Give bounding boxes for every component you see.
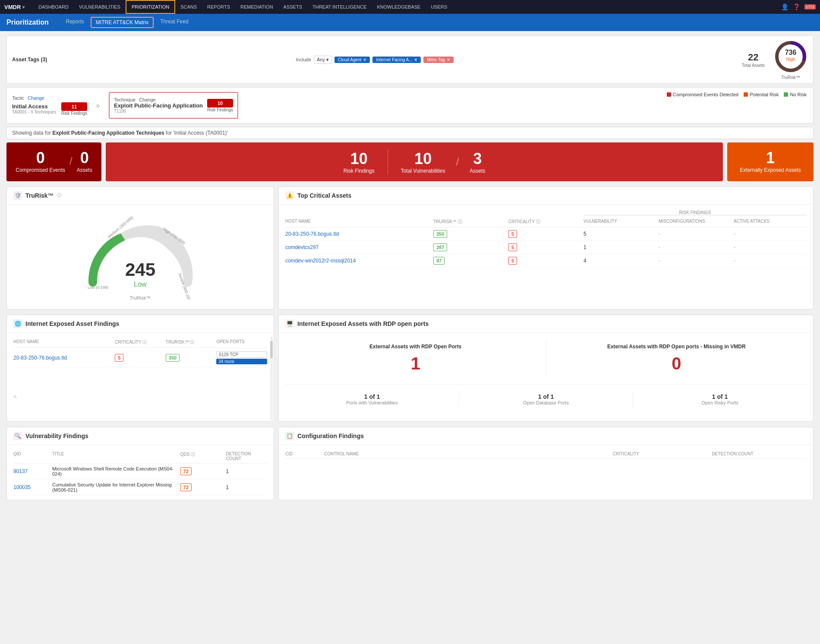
rdp-col-2: External Assets with RDP Open ports - Mi… (546, 339, 807, 378)
crit-score-1: 5 (508, 230, 581, 238)
nav-threat-intelligence[interactable]: THREAT INTELLIGENCE (307, 0, 372, 14)
subnav-threat-feed[interactable]: Threat Feed (156, 17, 192, 28)
top-navigation: VMDR ▾ DASHBOARD VULNERABILITIES PRIORIT… (0, 0, 820, 14)
tactic-info: Initial Access TA0001 - 9 Techniques (12, 103, 56, 114)
card-compromised: 0 Compromised Events / 0 Assets (6, 142, 101, 181)
nav-dashboard[interactable]: DASHBOARD (33, 0, 74, 14)
vuln-title-2: Cumulative Security Update for Internet … (52, 482, 176, 492)
rdp-stat-0: 1 of 1 Ports with Vulnerabilities (285, 391, 459, 407)
user-icon[interactable]: 👤 (781, 3, 788, 10)
nav-right: 👤 ❓ 1772 (781, 3, 816, 10)
nav-assets[interactable]: ASSETS (278, 0, 307, 14)
rdp-header: 🖥️ Internet Exposed Assets with RDP open… (279, 315, 813, 333)
tag-cloud-agent[interactable]: Cloud Agent ✕ (334, 57, 370, 63)
nav-vulnerabilities[interactable]: VULNERABILITIES (74, 0, 126, 14)
subnav-mitre[interactable]: MITRE ATT&CK Matrix (91, 17, 154, 28)
rdp-icon: 🖥️ (285, 319, 294, 328)
remove-tag-mitre[interactable]: ✕ (447, 57, 450, 62)
internet-exposed-header: 🌐 Internet Exposed Asset Findings (7, 315, 274, 333)
host-link-2[interactable]: comdevtcs297 (285, 244, 431, 250)
nav-remediation[interactable]: REMEDIATION (235, 0, 278, 14)
qds-info-icon[interactable]: ⓘ (191, 452, 195, 457)
gauge-container: 245 Low Low (0-299) Medium (300-699) Hig… (7, 205, 274, 309)
col-misconfigurations: MISCONFIGURATIONS (659, 219, 732, 225)
crit-info-icon[interactable]: ⓘ (142, 340, 147, 344)
asset-tags-bar: Asset Tags (3) Include Any ▾ Cloud Agent… (6, 35, 814, 84)
technique-label: Technique Change (114, 97, 203, 102)
trurisk-info-icon[interactable]: ⓘ (57, 193, 61, 199)
nav-users[interactable]: USERS (426, 0, 452, 14)
config-table: CID CONTROL NAME CRITICALITY DETECTION C… (279, 445, 813, 463)
trurisk-gauge-small: 736 High TruRisk™ (773, 39, 808, 80)
stats-right: 22 Total Assets 736 High TruRisk™ (742, 39, 808, 80)
risk-findings-header: RISK FINDINGS (583, 210, 807, 215)
rdp-stats: 1 of 1 Ports with Vulnerabilities 1 of 1… (285, 391, 807, 407)
col-active-attacks: ACTIVE ATTACKS (734, 219, 807, 225)
tag-filter: Include Any ▾ Cloud Agent ✕ Internet Fac… (296, 56, 454, 64)
host-link-1[interactable]: 20-83-250-76.bogus.tld (285, 231, 431, 237)
tactic-section: Tactic Change Initial Access TA0001 - 9 … (6, 87, 814, 123)
legend-compromised: Compromised Events Detected (667, 92, 738, 97)
logo-chevron[interactable]: ▾ (22, 5, 25, 9)
info-bar: Showing data for Exploit Public-Facing A… (6, 127, 814, 139)
risk-findings-group-header: RISK FINDINGS (285, 209, 807, 217)
qid-link-1[interactable]: 90137 (13, 468, 48, 474)
host-link-3[interactable]: comdev-win2012r2-mssql2014 (285, 258, 431, 264)
misconfig-1: - (659, 231, 732, 237)
legend-no-risk: No Risk (784, 92, 807, 97)
critical-assets-panel: ⚠️ Top Critical Assets RISK FINDINGS HOS… (278, 186, 814, 309)
sub-header: Prioritization Reports MITRE ATT&CK Matr… (0, 14, 820, 31)
subnav-reports[interactable]: Reports (62, 17, 88, 28)
vuln-header: 🔍 Vulnerability Findings (7, 427, 274, 445)
vuln-title-1: Microsoft Windows Shell Remote Code Exec… (52, 466, 176, 477)
main-content: Asset Tags (3) Include Any ▾ Cloud Agent… (0, 31, 820, 510)
total-vuln-group: 10 Total Vulnerabilities (401, 150, 445, 174)
internet-exposed-icon: 🌐 (13, 319, 22, 328)
col-criticality: CRITICALITY ⓘ (508, 219, 581, 225)
vmdr-logo[interactable]: VMDR ▾ (4, 4, 25, 10)
tactic-change-link[interactable]: Change (28, 95, 44, 101)
technique-change-link[interactable]: Change (139, 97, 156, 102)
asset-host-link[interactable]: 20-83-250-76.bogus.tld (13, 355, 115, 361)
technique-badge: 10 (207, 99, 233, 107)
scrollbar[interactable] (270, 337, 273, 420)
rdp-content: External Assets with RDP Open Ports 1 Ex… (279, 333, 813, 414)
critical-row-1: 20-83-250-76.bogus.tld 350 5 5 - - (285, 227, 807, 241)
card-externally-exposed[interactable]: 1 Externally Exposed Assets (727, 142, 814, 181)
summary-cards: 0 Compromised Events / 0 Assets 10 Risk … (6, 142, 814, 181)
trurisk-col-info[interactable]: ⓘ (458, 219, 462, 224)
trurisk-score-1: 350 (433, 230, 506, 238)
remove-tag-cloud-agent[interactable]: ✕ (363, 57, 366, 62)
tag-internet-facing[interactable]: Internet Facing A... ✕ (372, 57, 421, 63)
remove-tag-internet-facing[interactable]: ✕ (414, 57, 417, 62)
any-dropdown[interactable]: Any ▾ (314, 56, 332, 64)
qid-link-2[interactable]: 100035 (13, 484, 48, 490)
crit-col-info[interactable]: ⓘ (536, 219, 540, 224)
vuln-icon: 🔍 (13, 432, 22, 440)
col-cid: CID (285, 451, 320, 456)
misconfig-3: - (659, 258, 732, 264)
asset-table-header: HOST NAME CRITICALITY ⓘ TRURISK™ ⓘ OPEN … (13, 337, 267, 348)
help-icon[interactable]: ❓ (793, 3, 800, 10)
trurisk-gauge-label: TruRisk™ (130, 295, 151, 300)
attacks-3: - (734, 258, 807, 264)
trurisk-score-2: 287 (433, 243, 506, 251)
compromised-num-group: 0 Compromised Events (16, 149, 65, 173)
notification-badge[interactable]: 1772 (804, 4, 816, 9)
tactic-badge: 11 (61, 102, 87, 111)
critical-row-2: comdevtcs297 287 5 1 - - (285, 241, 807, 254)
more-ports-tag[interactable]: 34 more (216, 359, 267, 364)
scroll-thumb[interactable] (270, 341, 273, 358)
col-host: HOST NAME (285, 219, 431, 225)
internet-exposed-table: HOST NAME CRITICALITY ⓘ TRURISK™ ⓘ OPEN … (7, 333, 274, 373)
vuln-table-header: QID TITLE QDS ⓘ DETECTION COUNT (13, 449, 267, 464)
nav-prioritization[interactable]: PRIORITIZATION (126, 0, 175, 14)
nav-knowledgebase[interactable]: KNOWLEDGEBASE (372, 0, 426, 14)
include-label: Include (296, 57, 311, 62)
tactic-badge-container: 11 Risk Findings (61, 102, 87, 116)
nav-reports[interactable]: REPORTS (202, 0, 235, 14)
vuln-2: 1 (583, 244, 656, 250)
nav-scans[interactable]: SCANS (175, 0, 202, 14)
trurisk-info-icon-exp[interactable]: ⓘ (190, 340, 194, 344)
tag-mitre[interactable]: Mitre-Tag ✕ (423, 57, 454, 63)
